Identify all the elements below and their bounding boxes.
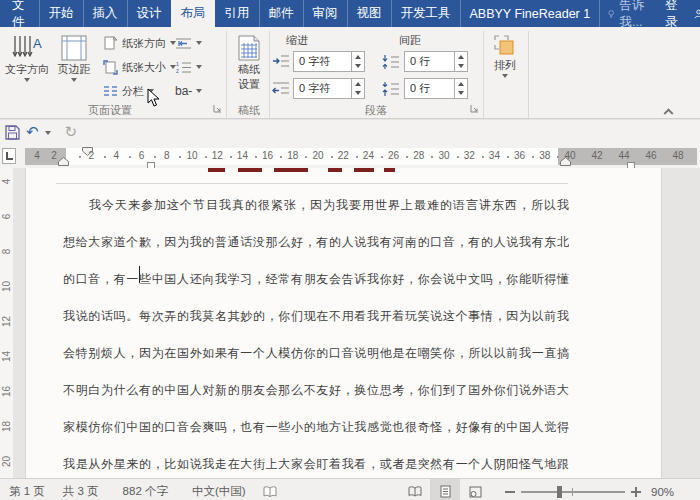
orientation-button[interactable]: 纸张方向 (100, 32, 179, 54)
indent-left-spinner[interactable]: 0 字符 (293, 51, 365, 72)
ribbon-tab[interactable]: 邮件 (259, 0, 303, 27)
paper-size-icon (103, 60, 118, 75)
document-page[interactable]: 我今天来参加这个节目我真的很紧张，因为我要用世界上最难的语言讲东西，所以我想给大… (25, 168, 662, 500)
spin-down-button[interactable] (352, 89, 364, 99)
login-button[interactable]: 登录 (655, 0, 688, 27)
spacing-after-icon (382, 81, 400, 97)
undo-dropdown-icon[interactable] (45, 131, 51, 135)
ruler-number: 20 (1, 454, 12, 470)
ruler-tick (381, 156, 383, 158)
text-direction-button[interactable]: A 文字方向 (4, 30, 50, 105)
spin-down-button[interactable] (455, 89, 467, 99)
hyphenation-icon: ba- (175, 84, 192, 98)
paper-size-button[interactable]: 纸张大小 (100, 56, 179, 78)
spin-down-button[interactable] (352, 62, 364, 72)
ruler-number: 6 (1, 209, 12, 225)
svg-text:2: 2 (176, 68, 179, 74)
ribbon-tab-label: 邮件 (269, 5, 294, 22)
hyphenation-button[interactable]: ba- (172, 80, 205, 102)
undo-icon[interactable]: ↶ (26, 125, 39, 140)
ribbon-tab-label: 开始 (49, 5, 74, 22)
language-status[interactable]: 中文(中国) (183, 484, 255, 499)
ruler-number: 40 (562, 150, 578, 161)
read-mode-button[interactable] (400, 479, 430, 500)
ruler-tick (305, 156, 307, 158)
breaks-button[interactable] (172, 32, 205, 54)
ribbon-tab[interactable]: 引用 (215, 0, 259, 27)
ruler-tick (230, 156, 232, 158)
ribbon-tab[interactable]: 设计 (127, 0, 171, 27)
ruler-number: 12 (1, 314, 12, 330)
ribbon-tab[interactable]: 插入 (83, 0, 127, 27)
collapse-ribbon-button[interactable] (665, 107, 674, 116)
spin-up-button[interactable] (455, 79, 467, 89)
ruler-number: 4 (29, 150, 45, 161)
redo-icon[interactable]: ↻ (65, 125, 78, 140)
ribbon-tab[interactable]: 审阅 (303, 0, 347, 27)
spacing-after-spinner[interactable]: 0 行 (404, 78, 468, 99)
margins-button[interactable]: 页边距 (52, 30, 96, 105)
ruler-tick (104, 156, 106, 158)
spin-down-button[interactable] (455, 62, 467, 72)
breaks-icon (175, 37, 192, 50)
ruler-tick (482, 156, 484, 158)
text-direction-label: 文字方向 (5, 63, 49, 76)
ribbon-tab[interactable]: 开始 (39, 0, 83, 27)
ruler-tick (507, 156, 509, 158)
spin-up-button[interactable] (352, 52, 364, 62)
vertical-ruler[interactable]: 468101214161820 (0, 168, 13, 500)
svg-text:A: A (33, 36, 42, 51)
tab-stop-selector[interactable] (2, 148, 16, 164)
arrange-icon (494, 35, 516, 57)
paper-size-label: 纸张大小 (122, 60, 166, 75)
zoom-out-button[interactable] (505, 491, 515, 493)
zoom-slider[interactable] (521, 491, 625, 493)
ribbon-tab[interactable]: ABBYY FineReader 1 (460, 0, 600, 27)
tell-me-box[interactable]: 告诉我... (599, 0, 655, 27)
spin-up-button[interactable] (352, 79, 364, 89)
group-label-paragraph: 段落 (326, 103, 426, 118)
ruler-number: 4 (108, 150, 124, 161)
save-icon[interactable] (5, 125, 20, 140)
indent-right-spinner[interactable]: 0 字符 (293, 78, 365, 99)
ruler-tick (205, 156, 207, 158)
zoom-level[interactable]: 90% (647, 486, 674, 498)
ruler-tick (331, 156, 333, 158)
spacing-before-spinner[interactable]: 0 行 (404, 51, 468, 72)
tab-file[interactable]: 文件 (0, 0, 39, 27)
columns-icon (103, 84, 118, 99)
ribbon-tab[interactable]: 布局 (171, 0, 215, 27)
ruler-number: 30 (436, 150, 452, 161)
horizontal-ruler[interactable]: 4224681012141618202224262830323436384042… (25, 148, 697, 165)
arrange-button[interactable]: 排列 (487, 30, 523, 105)
ribbon-tab[interactable]: 视图 (347, 0, 391, 27)
ruler-number: 26 (386, 150, 402, 161)
zoom-slider-thumb[interactable] (557, 486, 562, 498)
ruler-number: 42 (589, 150, 605, 161)
web-layout-button[interactable] (460, 479, 490, 500)
manuscript-setup-button[interactable]: 稿纸 设置 (231, 30, 267, 105)
ruler-number: 48 (670, 150, 686, 161)
share-button[interactable]: 共享 (688, 0, 700, 27)
margins-label: 页边距 (58, 63, 91, 76)
ruler-number: 46 (643, 150, 659, 161)
chevron-down-icon (196, 65, 202, 69)
spellcheck-icon[interactable] (263, 486, 277, 498)
ruler-tick (431, 156, 433, 158)
arrange-label: 排列 (494, 59, 516, 72)
spin-up-button[interactable] (455, 52, 467, 62)
ruler-number: 20 (310, 150, 326, 161)
page-number-status[interactable]: 第 1 页 (0, 484, 54, 499)
ruler-number: 14 (1, 349, 12, 365)
paragraph-dialog-launcher[interactable] (470, 104, 480, 114)
clipped-text-remnant (274, 168, 308, 172)
word-count-status[interactable]: 882 个字 (114, 484, 177, 499)
chevron-down-icon (196, 89, 202, 93)
ruler-number: 12 (209, 150, 225, 161)
zoom-in-button[interactable] (631, 487, 641, 497)
line-numbers-button[interactable]: 1 2 (172, 56, 205, 78)
ribbon-tab[interactable]: 开发工具 (391, 0, 460, 27)
ruler-number: 6 (134, 150, 150, 161)
ruler-number: 10 (184, 150, 200, 161)
print-layout-button[interactable] (430, 479, 460, 500)
